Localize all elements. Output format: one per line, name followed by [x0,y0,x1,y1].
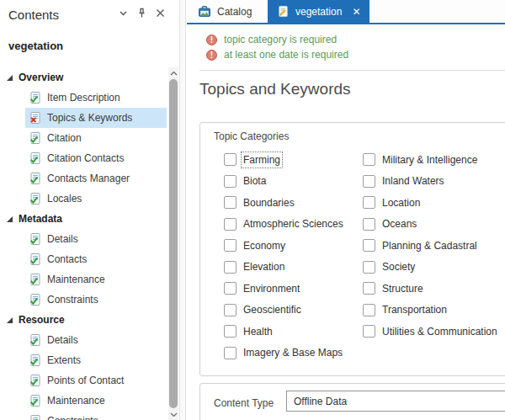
tree-item-metadata-maintenance[interactable]: Maintenance [25,269,167,290]
validation-message: ! at least one date is required [206,47,348,62]
document-ok-icon [29,374,42,387]
checkbox[interactable] [224,261,237,274]
tree-item-citation[interactable]: Citation [25,128,167,148]
tree-item-resource-details[interactable]: Details [25,330,167,350]
checkbox[interactable] [363,239,375,252]
group-label: Topic Categories [214,130,289,142]
document-ok-icon [29,232,42,246]
document-ok-icon [29,293,42,306]
topic-checkbox-inland-waters[interactable]: Inland Waters [363,171,497,193]
checkbox[interactable] [224,304,237,316]
expander-icon[interactable] [7,216,13,222]
pane-divider[interactable] [179,0,186,420]
topic-checkbox-planning-cadastral[interactable]: Planning & Cadastral [363,235,497,257]
checkbox[interactable] [224,347,237,359]
tree-item-points-of-contact[interactable]: Points of Contact [25,370,167,391]
pin-icon[interactable] [136,8,147,19]
checkbox[interactable] [363,196,375,209]
checkbox[interactable] [224,196,237,209]
page-title: Topics and Keywords [199,80,351,98]
warning-icon: ! [206,50,217,61]
checkbox[interactable] [224,239,237,252]
contents-pane: Contents vegetation Overview Item Descri… [0,0,179,420]
topic-checkbox-elevation[interactable]: Elevation [224,257,343,279]
checkbox[interactable] [224,282,237,295]
document-ok-icon [29,414,42,420]
tree-section-overview[interactable]: Overview [0,67,167,88]
topic-checkbox-structure[interactable]: Structure [363,278,497,300]
scrollbar-thumb[interactable] [169,79,178,408]
checkbox[interactable] [363,261,375,274]
checkbox[interactable] [363,153,375,166]
topic-checkbox-imagery-base-maps[interactable]: Imagery & Base Maps [224,343,343,364]
tree-item-resource-constraints[interactable]: Constraints [25,411,167,420]
tab-vegetation[interactable]: vegetation ✕ [268,0,369,23]
topic-checkbox-utilities-communication[interactable]: Utilities & Communication [363,321,497,343]
topic-checkbox-military-intelligence[interactable]: Military & Intelligence [363,149,497,171]
topic-checkbox-boundaries[interactable]: Boundaries [224,192,343,214]
document-ok-icon [29,192,42,205]
content-type-select[interactable]: Offline Data [286,391,505,412]
metadata-page-icon [277,5,290,18]
topic-checkbox-oceans[interactable]: Oceans [363,214,497,236]
topic-checkbox-environment[interactable]: Environment [224,278,343,300]
checkbox[interactable] [363,218,375,231]
tree-item-metadata-details[interactable]: Details [25,229,167,249]
topic-checkbox-society[interactable]: Society [363,257,497,279]
tree-item-contacts-manager[interactable]: Contacts Manager [25,168,167,189]
checkbox[interactable] [224,153,237,166]
chevron-down-icon[interactable] [118,8,129,19]
checkbox[interactable] [363,282,375,295]
tab-label: Catalog [217,6,252,18]
tab-close-icon[interactable]: ✕ [352,7,360,17]
view-area: Catalog vegetation ✕ ! topic category is… [187,0,505,420]
checkbox[interactable] [224,218,237,231]
topic-checkbox-biota[interactable]: Biota [224,171,343,193]
tree-item-locales[interactable]: Locales [25,189,167,209]
checkbox[interactable] [224,175,237,188]
checkbox[interactable] [363,304,375,316]
tree-section-metadata[interactable]: Metadata [0,209,167,229]
document-ok-icon [29,273,42,286]
topic-checkbox-health[interactable]: Health [224,321,343,343]
arcgis-metadata-editor-window: Contents vegetation Overview Item Descri… [0,0,505,420]
topic-checkbox-transportation[interactable]: Transportation [363,300,497,322]
warning-icon: ! [206,35,217,45]
topic-column-right: Military & Intelligence Inland Waters Lo… [363,149,497,343]
tab-label: vegetation [295,6,342,18]
metadata-editor-content: ! topic category is required ! at least … [187,24,505,420]
scroll-down-icon[interactable] [168,409,178,420]
content-type-label: Content Type [214,397,274,409]
tree-item-metadata-constraints[interactable]: Constraints [25,290,167,310]
catalog-icon [198,5,211,19]
topic-checkbox-farming[interactable]: Farming [224,149,343,171]
checkbox[interactable] [363,175,375,188]
tree-item-item-description[interactable]: Item Description [25,88,167,108]
checkbox[interactable] [363,325,375,338]
tree-item-citation-contacts[interactable]: Citation Contacts [25,148,167,168]
pane-scrollbar[interactable] [168,67,178,420]
topic-checkbox-atmospheric-sciences[interactable]: Atmospheric Sciences [224,214,343,236]
tree-item-extents[interactable]: Extents [25,350,167,370]
topic-categories-group: Topic Categories Farming Biota Boundarie… [199,122,505,376]
topic-checkbox-geoscientific[interactable]: Geoscientific [224,300,343,322]
expander-icon[interactable] [7,75,13,81]
tree-section-resource[interactable]: Resource [0,310,167,330]
pane-title: Contents [8,8,59,22]
scroll-up-icon[interactable] [168,67,178,78]
pane-header-icons [118,8,166,19]
document-ok-icon [29,354,42,367]
view-tabbar: Catalog vegetation ✕ [187,0,505,23]
document-error-icon [29,111,42,125]
tree-item-topics-keywords[interactable]: Topics & Keywords [25,108,167,128]
close-icon[interactable] [155,8,166,19]
content-type-group: Content Type Offline Data [199,383,505,420]
tree-item-resource-maintenance[interactable]: Maintenance [25,391,167,411]
topic-checkbox-economy[interactable]: Economy [224,235,343,257]
expander-icon[interactable] [7,317,13,323]
tab-catalog[interactable]: Catalog [189,0,261,23]
checkbox[interactable] [224,325,237,338]
topic-checkbox-location[interactable]: Location [363,192,497,214]
contents-tree: Overview Item Description Topics & Keywo… [0,67,167,420]
tree-item-metadata-contacts[interactable]: Contacts [25,249,167,269]
